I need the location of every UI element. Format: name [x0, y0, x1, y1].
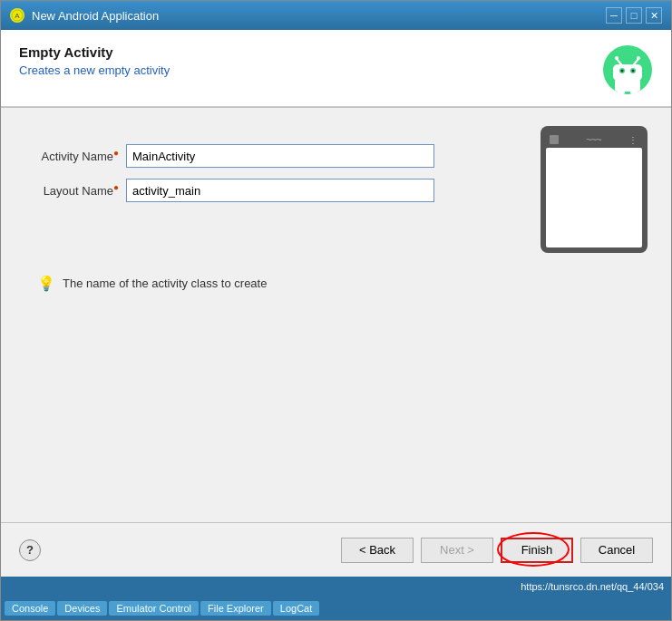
hint-icon: 💡	[37, 275, 55, 292]
bottom-bar: ? < Back Next > Finish Cancel	[1, 522, 671, 577]
back-button[interactable]: < Back	[341, 538, 414, 563]
taskbar-tab-console[interactable]: Console	[5, 601, 55, 616]
title-bar-controls: ─ □ ✕	[606, 7, 662, 24]
dialog-window: A New Android Application ─ □ ✕ Empty Ac…	[0, 0, 672, 621]
svg-rect-12	[615, 79, 640, 92]
finish-button[interactable]: Finish	[501, 538, 573, 563]
spacer	[19, 292, 653, 513]
phone-toolbar: ~~~ ⋮	[546, 131, 642, 148]
phone-mockup: ~~~ ⋮	[541, 126, 648, 253]
form-with-preview: Activity Name● Layout Name●	[19, 135, 653, 253]
status-bar: https://tunsrco.dn.net/qq_44/034	[1, 577, 671, 597]
status-text: https://tunsrco.dn.net/qq_44/034	[521, 581, 664, 592]
android-wizard-icon: A	[10, 8, 24, 23]
taskbar-tab-logcat[interactable]: LogCat	[273, 601, 319, 616]
bottom-left: ?	[19, 539, 41, 561]
maximize-button[interactable]: □	[626, 7, 642, 24]
hint-area: 💡 The name of the activity class to crea…	[19, 275, 653, 292]
layout-name-label: Layout Name●	[19, 182, 119, 198]
next-button[interactable]: Next >	[421, 538, 493, 563]
android-logo	[602, 44, 653, 95]
close-button[interactable]: ✕	[646, 7, 662, 24]
taskbar-tab-devices[interactable]: Devices	[57, 601, 107, 616]
bottom-buttons: < Back Next > Finish Cancel	[341, 538, 653, 563]
phone-screen	[546, 148, 642, 247]
title-bar-left: A New Android Application	[10, 8, 159, 23]
header-subtitle: Creates a new empty activity	[19, 63, 602, 77]
content-area: Empty Activity Creates a new empty activ…	[1, 30, 671, 577]
header-section: Empty Activity Creates a new empty activ…	[1, 30, 671, 107]
header-title: Empty Activity	[19, 44, 602, 60]
form-area: Activity Name● Layout Name●	[1, 108, 671, 522]
svg-rect-14	[630, 90, 638, 94]
svg-rect-13	[618, 90, 625, 94]
svg-point-10	[615, 56, 618, 60]
activity-name-input[interactable]	[126, 144, 434, 168]
help-button[interactable]: ?	[19, 539, 41, 561]
taskbar-tab-fileexplorer[interactable]: File Explorer	[200, 601, 271, 616]
taskbar: Console Devices Emulator Control File Ex…	[1, 597, 671, 620]
required-mark: ●	[113, 148, 119, 158]
phone-menu-icon: ⋮	[628, 135, 638, 145]
required-mark2: ●	[113, 182, 119, 192]
header-text: Empty Activity Creates a new empty activ…	[19, 44, 602, 77]
phone-preview: ~~~ ⋮	[535, 126, 653, 253]
svg-rect-3	[613, 64, 642, 81]
svg-point-7	[632, 70, 635, 73]
svg-point-6	[621, 70, 624, 73]
cancel-button[interactable]: Cancel	[580, 538, 653, 563]
phone-home-icon	[550, 135, 559, 144]
title-bar: A New Android Application ─ □ ✕	[1, 1, 671, 30]
phone-squiggle: ~~~	[586, 134, 600, 145]
activity-name-row: Activity Name●	[19, 144, 517, 168]
layout-name-input[interactable]	[126, 179, 434, 202]
svg-text:A: A	[15, 12, 20, 20]
minimize-button[interactable]: ─	[606, 7, 622, 24]
finish-wrapper: Finish	[501, 538, 573, 563]
activity-name-label: Activity Name●	[19, 148, 119, 163]
form-fields: Activity Name● Layout Name●	[19, 135, 517, 253]
layout-name-row: Layout Name●	[19, 179, 517, 202]
svg-point-11	[637, 56, 640, 60]
title-bar-title: New Android Application	[32, 9, 159, 23]
hint-text: The name of the activity class to create	[63, 277, 267, 290]
taskbar-tab-emulator[interactable]: Emulator Control	[109, 601, 199, 616]
